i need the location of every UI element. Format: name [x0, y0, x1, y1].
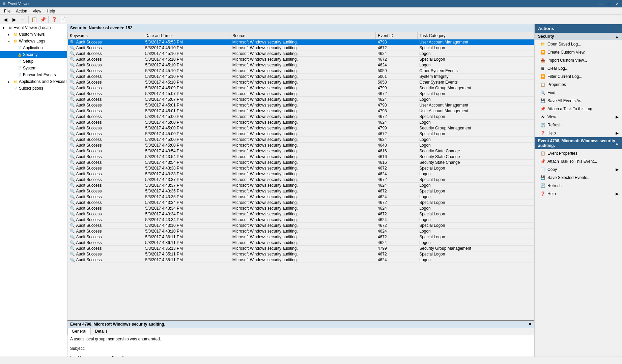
table-row[interactable]: 🔍Audit Success 5/3/2017 4:45:10 PM Micro…: [68, 51, 534, 57]
table-row[interactable]: 🔍Audit Success 5/3/2017 4:35:13 PM Micro…: [68, 246, 534, 251]
sidebar-item-security[interactable]: 🔒 Security: [0, 51, 67, 58]
actions-section-security[interactable]: Security ▲: [535, 33, 622, 40]
action-refresh-event[interactable]: 🔄 Refresh: [535, 182, 622, 190]
sidebar-item-application[interactable]: 📄 Application: [0, 44, 67, 51]
maximize-button[interactable]: □: [606, 2, 612, 6]
col-datetime[interactable]: Date and Time: [143, 32, 230, 39]
action-view[interactable]: 👁 View ▶: [535, 113, 622, 121]
table-row[interactable]: 🔍Audit Success 5/3/2017 4:43:54 PM Micro…: [68, 148, 534, 154]
sidebar-item-setup[interactable]: 📄 Setup: [0, 58, 67, 65]
action-help-event[interactable]: ❓ Help ▶: [535, 190, 622, 198]
table-row[interactable]: 🔍Audit Success 5/3/2017 4:35:11 PM Micro…: [68, 251, 534, 257]
sidebar-item-forwarded-events[interactable]: 📄 Forwarded Events: [0, 71, 67, 78]
col-eventid[interactable]: Event ID: [376, 32, 418, 39]
action-save-selected-events[interactable]: 💾 Save Selected Events...: [535, 174, 622, 182]
table-row[interactable]: 🔍Audit Success 5/3/2017 4:45:00 PM Micro…: [68, 143, 534, 148]
table-row[interactable]: 🔍Audit Success 5/3/2017 4:43:34 PM Micro…: [68, 200, 534, 206]
action-import-custom-view[interactable]: 📥 Import Custom View...: [535, 56, 622, 64]
table-row[interactable]: 🔍Audit Success 5/3/2017 4:45:10 PM Micro…: [68, 68, 534, 74]
table-row[interactable]: 🔍Audit Success 5/3/2017 4:45:10 PM Micro…: [68, 80, 534, 85]
table-row[interactable]: 🔍Audit Success 5/3/2017 4:45:53 PM Micro…: [68, 39, 534, 45]
event-table-container[interactable]: Keywords Date and Time Source Event ID T…: [67, 32, 534, 320]
table-row[interactable]: 🔍Audit Success 5/3/2017 4:35:11 PM Micro…: [68, 257, 534, 263]
table-row[interactable]: 🔍Audit Success 5/3/2017 4:45:10 PM Micro…: [68, 74, 534, 80]
table-row[interactable]: 🔍Audit Success 5/3/2017 4:43:34 PM Micro…: [68, 211, 534, 217]
sidebar-item-system[interactable]: 📄 System: [0, 65, 67, 71]
table-row[interactable]: 🔍Audit Success 5/3/2017 4:43:34 PM Micro…: [68, 206, 534, 211]
action-create-custom-view[interactable]: 🔽 Create Custom View...: [535, 48, 622, 56]
action-attach-task-event[interactable]: 📌 Attach Task To This Event...: [535, 157, 622, 165]
sidebar-item-app-services[interactable]: ▸ 📁 Applications and Services Lo: [0, 78, 67, 85]
action-filter-current-log[interactable]: 🔽 Filter Current Log...: [535, 72, 622, 81]
menu-file[interactable]: File: [1, 8, 13, 14]
sidebar-item-subscriptions[interactable]: 📄 Subscriptions: [0, 85, 67, 92]
table-row[interactable]: 🔍Audit Success 5/3/2017 4:43:35 PM Micro…: [68, 188, 534, 194]
cell-source: Microsoft Windows security auditing.: [230, 97, 376, 102]
table-row[interactable]: 🔍Audit Success 5/3/2017 4:43:54 PM Micro…: [68, 154, 534, 160]
menu-help[interactable]: Help: [44, 8, 58, 14]
table-row[interactable]: 🔍Audit Success 5/3/2017 4:43:35 PM Micro…: [68, 194, 534, 200]
table-row[interactable]: 🔍Audit Success 5/3/2017 4:43:34 PM Micro…: [68, 217, 534, 223]
sidebar-item-windows-logs[interactable]: ▾ 📁 Windows Logs: [0, 38, 67, 44]
cell-eventid: 4672: [376, 131, 418, 137]
table-row[interactable]: 🔍Audit Success 5/3/2017 4:45:10 PM Micro…: [68, 45, 534, 51]
import-icon: 📥: [540, 58, 545, 63]
table-row[interactable]: 🔍Audit Success 5/3/2017 4:43:10 PM Micro…: [68, 223, 534, 229]
toolbar-back[interactable]: ◀: [1, 16, 9, 23]
actions-section-event[interactable]: Event 4798, Microsoft Windows security a…: [535, 137, 622, 149]
action-refresh-security[interactable]: 🔄 Refresh: [535, 121, 622, 129]
cell-eventid: 4624: [376, 257, 418, 263]
sidebar-item-custom-views[interactable]: ▸ 📁 Custom Views: [0, 31, 67, 38]
table-row[interactable]: 🔍Audit Success 5/3/2017 4:45:07 PM Micro…: [68, 97, 534, 102]
table-row[interactable]: 🔍Audit Success 5/3/2017 4:43:38 PM Micro…: [68, 171, 534, 177]
table-row[interactable]: 🔍Audit Success 5/3/2017 4:36:11 PM Micro…: [68, 234, 534, 240]
table-row[interactable]: 🔍Audit Success 5/3/2017 4:45:09 PM Micro…: [68, 85, 534, 91]
toolbar-paste[interactable]: 📌: [39, 16, 47, 23]
cell-keyword: 🔍Audit Success: [68, 57, 143, 62]
table-row[interactable]: 🔍Audit Success 5/3/2017 4:45:01 PM Micro…: [68, 108, 534, 114]
table-row[interactable]: 🔍Audit Success 5/3/2017 4:45:00 PM Micro…: [68, 137, 534, 143]
action-find[interactable]: 🔍 Find...: [535, 89, 622, 97]
action-properties[interactable]: 📋 Properties: [535, 81, 622, 89]
col-keywords[interactable]: Keywords: [68, 32, 143, 39]
table-row[interactable]: 🔍Audit Success 5/3/2017 4:45:00 PM Micro…: [68, 125, 534, 131]
action-help-security[interactable]: ❓ Help ▶: [535, 129, 622, 137]
table-row[interactable]: 🔍Audit Success 5/3/2017 4:43:10 PM Micro…: [68, 229, 534, 234]
minimize-button[interactable]: —: [597, 2, 604, 6]
action-save-all-events[interactable]: 💾 Save All Events As...: [535, 97, 622, 105]
action-copy[interactable]: 📄 Copy ▶: [535, 165, 622, 174]
col-category[interactable]: Task Category: [417, 32, 534, 39]
action-attach-task-log[interactable]: 📌 Attach a Task To this Log...: [535, 105, 622, 113]
cell-source: Microsoft Windows security auditing.: [230, 206, 376, 211]
toolbar-copy[interactable]: 📋: [30, 16, 38, 23]
sidebar-label-app-services: Applications and Services Lo: [19, 79, 67, 84]
action-open-saved-log[interactable]: 📂 Open Saved Log...: [535, 40, 622, 48]
table-row[interactable]: 🔍Audit Success 5/3/2017 4:43:54 PM Micro…: [68, 160, 534, 165]
table-row[interactable]: 🔍Audit Success 5/3/2017 4:45:01 PM Micro…: [68, 102, 534, 108]
tab-general[interactable]: General: [67, 328, 91, 335]
cell-datetime: 5/3/2017 4:43:54 PM: [143, 148, 230, 154]
toolbar-forward[interactable]: ▶: [10, 16, 18, 23]
menu-view[interactable]: View: [30, 8, 44, 14]
table-row[interactable]: 🔍Audit Success 5/3/2017 4:45:00 PM Micro…: [68, 131, 534, 137]
table-row[interactable]: 🔍Audit Success 5/3/2017 4:36:11 PM Micro…: [68, 240, 534, 246]
detail-close-button[interactable]: ✕: [528, 322, 532, 327]
action-clear-log[interactable]: 🗑 Clear Log...: [535, 64, 622, 72]
table-row[interactable]: 🔍Audit Success 5/3/2017 4:45:10 PM Micro…: [68, 57, 534, 62]
toolbar-up[interactable]: ↑: [19, 16, 27, 23]
toolbar-properties[interactable]: ❓: [50, 16, 58, 23]
table-row[interactable]: 🔍Audit Success 5/3/2017 4:45:10 PM Micro…: [68, 62, 534, 68]
sidebar-item-event-viewer[interactable]: ▾ 🖥 Event Viewer (Local): [0, 24, 67, 31]
close-button[interactable]: ✕: [614, 2, 620, 6]
menu-action[interactable]: Action: [13, 8, 30, 14]
col-source[interactable]: Source: [230, 32, 376, 39]
toolbar-help[interactable]: 📄: [59, 16, 67, 23]
table-row[interactable]: 🔍Audit Success 5/3/2017 4:45:00 PM Micro…: [68, 120, 534, 125]
table-row[interactable]: 🔍Audit Success 5/3/2017 4:43:37 PM Micro…: [68, 177, 534, 183]
table-row[interactable]: 🔍Audit Success 5/3/2017 4:45:07 PM Micro…: [68, 91, 534, 97]
table-row[interactable]: 🔍Audit Success 5/3/2017 4:43:38 PM Micro…: [68, 165, 534, 171]
tab-details[interactable]: Details: [91, 328, 112, 335]
table-row[interactable]: 🔍Audit Success 5/3/2017 4:45:00 PM Micro…: [68, 114, 534, 120]
action-event-properties[interactable]: 📋 Event Properties: [535, 149, 622, 157]
table-row[interactable]: 🔍Audit Success 5/3/2017 4:43:37 PM Micro…: [68, 183, 534, 188]
